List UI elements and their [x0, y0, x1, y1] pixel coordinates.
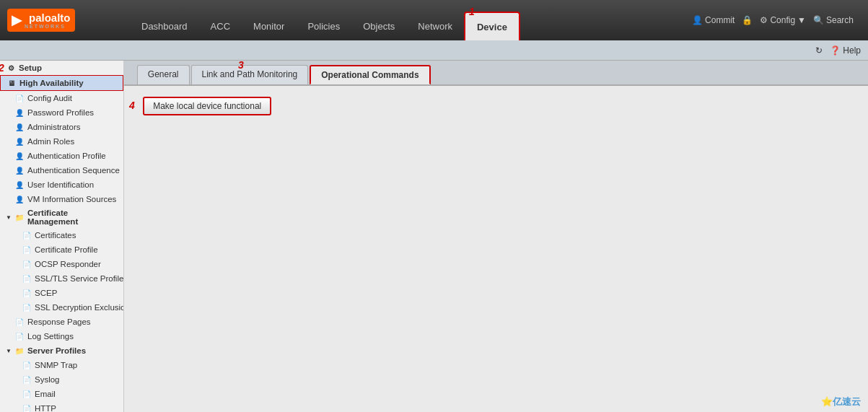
sidebar-item-syslog[interactable]: 📄 Syslog: [0, 372, 123, 387]
sidebar-item-certificates[interactable]: 📄 Certificates: [0, 228, 123, 242]
auth-profile-icon: 👤: [14, 151, 25, 161]
cert-profile-icon: 📄: [22, 245, 32, 255]
nav-tab-dashboard[interactable]: Dashboard: [130, 12, 199, 40]
config-icon: ⚙: [760, 15, 768, 25]
content-body: 4 Make local device functional: [124, 86, 868, 126]
tab-general[interactable]: General: [137, 65, 190, 84]
tab-link-path[interactable]: Link and Path Monitoring: [191, 65, 309, 84]
sidebar-item-setup[interactable]: ⚙ Setup: [0, 61, 123, 75]
password-icon: 👤: [14, 108, 25, 118]
main-layout: 2 ⚙ Setup 🖥 High Availability 📄 Config A…: [0, 61, 868, 412]
sidebar-item-http[interactable]: 📄 HTTP: [0, 401, 123, 412]
sidebar-item-scep[interactable]: 📄 SCEP: [0, 286, 123, 300]
nav-tab-network[interactable]: Network: [406, 12, 464, 40]
sidebar-item-auth-sequence[interactable]: 👤 Authentication Sequence: [0, 163, 123, 177]
snmp-icon: 📄: [22, 360, 32, 370]
make-local-device-functional-button[interactable]: Make local device functional: [143, 97, 271, 115]
scep-icon: 📄: [22, 288, 32, 298]
logo-box: ▶ paloalto NETWORKS: [7, 9, 75, 32]
nav-tab-monitor[interactable]: Monitor: [242, 12, 296, 40]
cert-icon: 📄: [22, 230, 32, 240]
commit-icon: 👤: [692, 15, 703, 25]
vm-icon: 👤: [14, 194, 25, 204]
nav-tab-acc[interactable]: ACC: [199, 12, 242, 40]
server-folder-icon: 📁: [14, 346, 25, 356]
watermark: ⭐亿速云: [821, 395, 861, 408]
logo-icon: ▶: [12, 12, 22, 28]
logo-area: ▶ paloalto NETWORKS: [7, 9, 123, 32]
annotation-4: 4: [129, 100, 135, 111]
refresh-button[interactable]: ↻: [815, 45, 823, 56]
admin-roles-icon: 👤: [14, 136, 25, 146]
ha-icon: 🖥: [6, 78, 17, 88]
sidebar-item-password-profiles[interactable]: 👤 Password Profiles: [0, 105, 123, 120]
sidebar-item-admin-roles[interactable]: 👤 Admin Roles: [0, 134, 123, 149]
cert-folder-icon: 📁: [14, 212, 25, 222]
help-button[interactable]: ❓ Help: [830, 45, 861, 56]
content-area: 3 General Link and Path Monitoring Opera…: [124, 61, 868, 412]
tab-operational-commands[interactable]: Operational Commands: [310, 65, 430, 84]
secondary-toolbar: ↻ ❓ Help: [0, 40, 868, 61]
annotation-1: 1: [469, 6, 475, 17]
refresh-icon: ↻: [815, 45, 823, 56]
sidebar-item-vm-info[interactable]: 👤 VM Information Sources: [0, 192, 123, 206]
annotation-2: 2: [0, 62, 4, 74]
lock-icon: 🔒: [742, 15, 753, 25]
sidebar-item-auth-profile[interactable]: 👤 Authentication Profile: [0, 149, 123, 163]
sidebar-item-ocsp[interactable]: 📄 OCSP Responder: [0, 257, 123, 271]
ssl-icon: 📄: [22, 273, 32, 284]
sidebar-item-email[interactable]: 📄 Email: [0, 387, 123, 401]
auth-seq-icon: 👤: [14, 165, 25, 175]
lock-icon-button[interactable]: 🔒: [742, 15, 753, 25]
email-icon: 📄: [22, 389, 32, 399]
user-id-icon: 👤: [14, 180, 25, 190]
sidebar-item-high-availability[interactable]: 🖥 High Availability: [0, 75, 123, 91]
sidebar-server-profiles[interactable]: ▼ 📁 Server Profiles: [0, 343, 123, 358]
content-tabs-row: 3 General Link and Path Monitoring Opera…: [124, 61, 868, 86]
nav-tab-objects[interactable]: Objects: [351, 12, 406, 40]
sidebar-item-ssl-tls[interactable]: 📄 SSL/TLS Service Profile: [0, 271, 123, 286]
admin-icon: 👤: [14, 122, 25, 132]
nav-tab-policies[interactable]: Policies: [296, 12, 351, 40]
response-icon: 📄: [14, 317, 25, 327]
config-audit-icon: 📄: [14, 93, 25, 103]
sidebar: 2 ⚙ Setup 🖥 High Availability 📄 Config A…: [0, 61, 124, 412]
ocsp-icon: 📄: [22, 259, 32, 269]
sidebar-item-ssl-decryption[interactable]: 📄 SSL Decryption Exclusion: [0, 300, 123, 315]
sidebar-item-snmp-trap[interactable]: 📄 SNMP Trap: [0, 358, 123, 372]
log-icon: 📄: [14, 331, 25, 341]
config-chevron-icon: ▼: [797, 15, 806, 25]
sidebar-item-user-id[interactable]: 👤 User Identification: [0, 177, 123, 192]
sidebar-item-administrators[interactable]: 👤 Administrators: [0, 120, 123, 134]
triangle-icon: ▼: [6, 214, 12, 221]
http-icon: 📄: [22, 403, 32, 412]
logo-text: paloalto: [29, 12, 71, 24]
sidebar-item-response-pages[interactable]: 📄 Response Pages: [0, 315, 123, 329]
main-nav-tabs: Dashboard ACC Monitor Policies Objects N…: [123, 0, 692, 40]
setup-icon: ⚙: [6, 63, 16, 73]
sidebar-item-cert-profile[interactable]: 📄 Certificate Profile: [0, 242, 123, 257]
search-icon: 🔍: [813, 15, 824, 25]
sidebar-cert-mgmt[interactable]: ▼ 📁 Certificate Management: [0, 206, 123, 228]
annotation-3: 3: [238, 61, 244, 79]
sidebar-item-log-settings[interactable]: 📄 Log Settings: [0, 329, 123, 343]
help-icon: ❓: [830, 45, 841, 56]
triangle-icon2: ▼: [6, 348, 12, 354]
search-button[interactable]: 🔍 Search: [813, 15, 854, 25]
commit-button[interactable]: 👤 Commit: [692, 15, 735, 25]
syslog-icon: 📄: [22, 374, 32, 385]
ssl-dec-icon: 📄: [22, 302, 32, 312]
top-navigation-bar: ▶ paloalto NETWORKS Dashboard ACC Monito…: [0, 0, 868, 40]
logo-sub: NETWORKS: [25, 24, 71, 29]
right-toolbar: 👤 Commit 🔒 ⚙ Config ▼ 🔍 Search: [692, 15, 861, 25]
config-button[interactable]: ⚙ Config ▼: [760, 15, 806, 25]
sidebar-item-config-audit[interactable]: 📄 Config Audit: [0, 91, 123, 105]
